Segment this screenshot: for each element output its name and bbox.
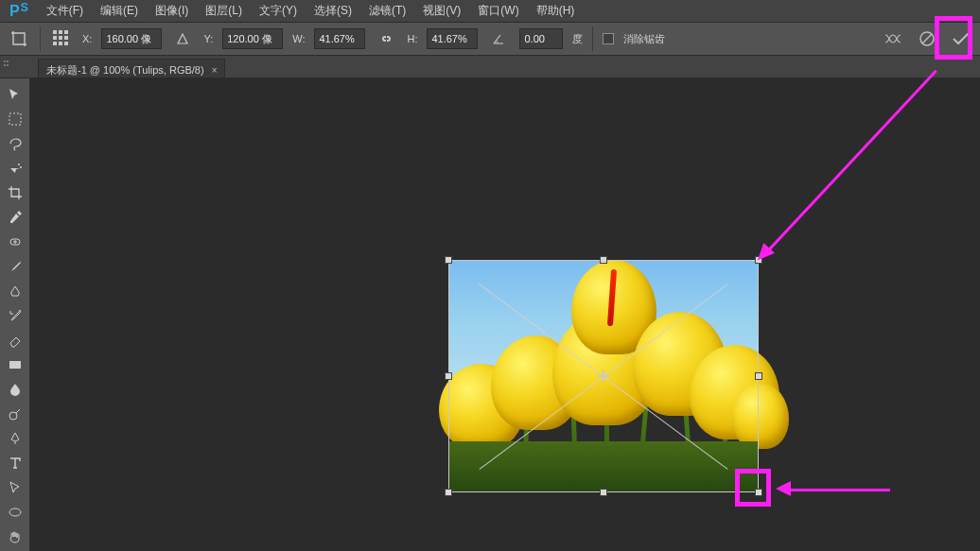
- y-input[interactable]: [222, 28, 283, 49]
- text-tool[interactable]: [2, 451, 28, 475]
- annotation-arrowhead-right: [776, 481, 791, 496]
- handle-top-center[interactable]: [600, 256, 607, 264]
- annotation-highlight-corner: [735, 469, 771, 507]
- clone-stamp-tool[interactable]: [2, 279, 28, 303]
- eyedropper-tool[interactable]: [2, 205, 28, 230]
- angle-unit: 度: [572, 32, 583, 46]
- x-input[interactable]: [101, 28, 162, 49]
- menu-edit[interactable]: 编辑(E): [100, 3, 138, 19]
- reference-point-grid-icon[interactable]: [50, 27, 73, 50]
- options-bar: X: Y: W: H: 度 消除锯齿: [0, 22, 980, 56]
- delta-icon[interactable]: [171, 27, 194, 50]
- quick-selection-tool[interactable]: [2, 156, 28, 181]
- svg-line-1: [922, 34, 932, 43]
- blur-tool[interactable]: [2, 377, 28, 402]
- hand-tool[interactable]: [2, 525, 28, 549]
- w-input[interactable]: [314, 28, 365, 49]
- options-drag-handle[interactable]: [4, 60, 11, 66]
- document-tab-title: 未标题-1 @ 100% (Tulips, RGB/8): [46, 63, 204, 77]
- toolbox: [0, 78, 30, 551]
- menu-filter[interactable]: 滤镜(T): [369, 3, 406, 19]
- commit-transform-icon[interactable]: [950, 27, 972, 50]
- handle-top-left[interactable]: [445, 256, 452, 264]
- document-tab-strip: 未标题-1 @ 100% (Tulips, RGB/8) ×: [0, 56, 980, 78]
- svg-point-9: [9, 508, 21, 516]
- w-label: W:: [292, 33, 305, 44]
- transform-center-point-icon[interactable]: [598, 370, 609, 382]
- h-label: H:: [407, 33, 417, 44]
- separator: [40, 26, 41, 51]
- healing-brush-tool[interactable]: [2, 230, 28, 254]
- menu-type[interactable]: 文字(Y): [259, 3, 297, 19]
- svg-rect-6: [9, 361, 21, 369]
- menu-image[interactable]: 图像(I): [155, 3, 188, 19]
- svg-point-8: [9, 412, 17, 420]
- menu-bar: PS 文件(F) 编辑(E) 图像(I) 图层(L) 文字(Y) 选择(S) 滤…: [0, 0, 980, 22]
- svg-rect-2: [9, 113, 21, 125]
- menu-select[interactable]: 选择(S): [314, 3, 352, 19]
- handle-bottom-left[interactable]: [445, 489, 452, 496]
- menu-help[interactable]: 帮助(H): [536, 3, 575, 19]
- gradient-tool[interactable]: [2, 353, 28, 377]
- tool-preset-crop-icon[interactable]: [8, 27, 30, 50]
- handle-bottom-center[interactable]: [600, 489, 607, 496]
- x-label: X:: [82, 33, 92, 44]
- marquee-tool[interactable]: [2, 107, 28, 131]
- h-input[interactable]: [427, 28, 478, 49]
- path-selection-tool[interactable]: [2, 475, 28, 500]
- warp-mode-icon[interactable]: [882, 27, 904, 50]
- annotation-arrow-diagonal: [764, 70, 937, 255]
- y-label: Y:: [203, 33, 213, 44]
- handle-middle-right[interactable]: [755, 372, 762, 380]
- move-tool[interactable]: [2, 82, 28, 107]
- menu-window[interactable]: 窗口(W): [478, 3, 518, 19]
- ellipse-tool[interactable]: [2, 500, 28, 525]
- pen-tool[interactable]: [2, 426, 28, 451]
- transform-bounding-box[interactable]: [448, 260, 759, 492]
- svg-point-3: [18, 164, 20, 165]
- app-logo: PS: [9, 3, 29, 20]
- document-tab-close-icon[interactable]: ×: [212, 65, 218, 76]
- handle-middle-left[interactable]: [445, 372, 452, 380]
- document-tab[interactable]: 未标题-1 @ 100% (Tulips, RGB/8) ×: [38, 59, 225, 77]
- annotation-arrow-right: [786, 489, 890, 491]
- history-brush-tool[interactable]: [2, 303, 28, 328]
- eraser-tool[interactable]: [2, 328, 28, 353]
- crop-tool[interactable]: [2, 181, 28, 205]
- angle-icon[interactable]: [487, 27, 510, 50]
- separator: [592, 26, 593, 51]
- brush-tool[interactable]: [2, 254, 28, 279]
- svg-point-4: [20, 166, 22, 168]
- antialias-label: 消除锯齿: [623, 32, 665, 46]
- cancel-transform-icon[interactable]: [916, 27, 938, 50]
- link-aspect-icon[interactable]: [375, 27, 397, 50]
- dodge-tool[interactable]: [2, 402, 28, 426]
- menu-file[interactable]: 文件(F): [46, 3, 83, 19]
- menu-view[interactable]: 视图(V): [423, 3, 461, 19]
- angle-input[interactable]: [519, 28, 563, 49]
- antialias-checkbox[interactable]: [603, 33, 614, 44]
- lasso-tool[interactable]: [2, 131, 28, 156]
- canvas-area[interactable]: [30, 78, 980, 551]
- menu-layer[interactable]: 图层(L): [205, 3, 242, 19]
